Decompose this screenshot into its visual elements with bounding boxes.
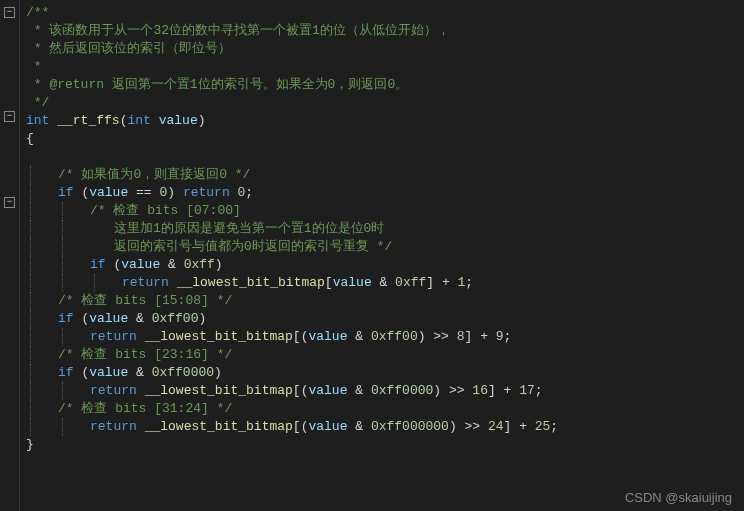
code-line[interactable]: /** — [26, 4, 744, 22]
code-line[interactable]: if (value & 0xff00) — [26, 310, 744, 328]
watermark: CSDN @skaiuijing — [625, 490, 732, 505]
code-line[interactable]: * 然后返回该位的索引（即位号） — [26, 40, 744, 58]
code-line[interactable]: /* 如果值为0，则直接返回0 */ — [26, 166, 744, 184]
code-line[interactable]: 这里加1的原因是避免当第一个置1的位是位0时 — [26, 220, 744, 238]
code-line[interactable] — [26, 148, 744, 166]
code-line[interactable]: * 该函数用于从一个32位的数中寻找第一个被置1的位（从低位开始）， — [26, 22, 744, 40]
code-line[interactable]: /* 检查 bits [15:08] */ — [26, 292, 744, 310]
fold-gutter: − − − — [0, 0, 20, 511]
fold-toggle[interactable]: − — [4, 7, 15, 18]
code-line[interactable]: /* 检查 bits [23:16] */ — [26, 346, 744, 364]
code-line[interactable]: 返回的索引号与值都为0时返回的索引号重复 */ — [26, 238, 744, 256]
code-line[interactable]: return __lowest_bit_bitmap[(value & 0xff… — [26, 382, 744, 400]
code-line[interactable]: if (value & 0xff0000) — [26, 364, 744, 382]
code-line[interactable]: */ — [26, 94, 744, 112]
code-line[interactable]: /* 检查 bits [07:00] — [26, 202, 744, 220]
fold-toggle[interactable]: − — [4, 197, 15, 208]
code-line[interactable]: return __lowest_bit_bitmap[(value & 0xff… — [26, 418, 744, 436]
code-line[interactable]: } — [26, 436, 744, 454]
code-line[interactable]: /* 检查 bits [31:24] */ — [26, 400, 744, 418]
code-line[interactable]: * @return 返回第一个置1位的索引号。如果全为0，则返回0。 — [26, 76, 744, 94]
code-line[interactable]: { — [26, 130, 744, 148]
code-area[interactable]: /** * 该函数用于从一个32位的数中寻找第一个被置1的位（从低位开始）， *… — [20, 0, 744, 511]
code-line[interactable]: if (value == 0) return 0; — [26, 184, 744, 202]
code-line[interactable]: return __lowest_bit_bitmap[value & 0xff]… — [26, 274, 744, 292]
code-line[interactable]: * — [26, 58, 744, 76]
code-editor[interactable]: − − − /** * 该函数用于从一个32位的数中寻找第一个被置1的位（从低位… — [0, 0, 744, 511]
code-line[interactable]: if (value & 0xff) — [26, 256, 744, 274]
fold-toggle[interactable]: − — [4, 111, 15, 122]
code-line[interactable]: int __rt_ffs(int value) — [26, 112, 744, 130]
code-line[interactable]: return __lowest_bit_bitmap[(value & 0xff… — [26, 328, 744, 346]
